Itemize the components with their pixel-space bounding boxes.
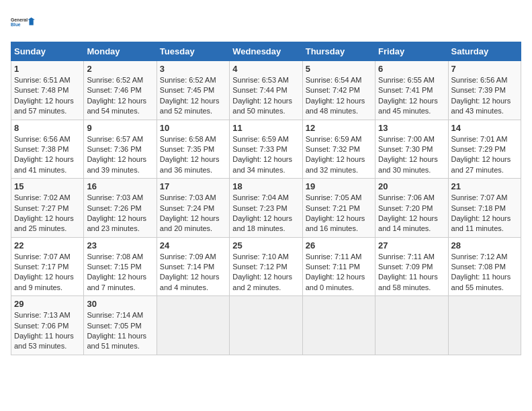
day-info: Sunrise: 7:04 AM Sunset: 7:23 PM Dayligh… [232,193,299,234]
day-info: Sunrise: 6:56 AM Sunset: 7:39 PM Dayligh… [451,75,518,117]
calendar-cell: 15 Sunrise: 7:02 AM Sunset: 7:27 PM Dayl… [11,179,84,238]
daylight-text: Daylight: 12 hours and 20 minutes. [160,214,226,234]
sunrise-text: Sunrise: 6:54 AM [306,75,372,85]
calendar-cell: 21 Sunrise: 7:07 AM Sunset: 7:18 PM Dayl… [448,179,521,238]
calendar-cell: 23 Sunrise: 7:08 AM Sunset: 7:15 PM Dayl… [84,237,157,296]
day-number: 29 [14,299,81,309]
day-info: Sunrise: 7:01 AM Sunset: 7:29 PM Dayligh… [451,134,518,176]
sunrise-text: Sunrise: 6:52 AM [87,75,153,85]
calendar-cell: 4 Sunrise: 6:53 AM Sunset: 7:44 PM Dayli… [230,61,302,120]
calendar-cell: 9 Sunrise: 6:57 AM Sunset: 7:36 PM Dayli… [84,120,157,179]
sunset-text: Sunset: 7:44 PM [232,85,299,95]
daylight-text: Daylight: 12 hours and 0 minutes. [306,272,372,293]
daylight-text: Daylight: 12 hours and 30 minutes. [378,154,445,175]
sunset-text: Sunset: 7:08 PM [451,262,518,272]
sunset-text: Sunset: 7:36 PM [87,144,153,154]
calendar-cell: 26 Sunrise: 7:11 AM Sunset: 7:11 PM Dayl… [302,237,375,296]
calendar-cell: 6 Sunrise: 6:55 AM Sunset: 7:41 PM Dayli… [375,61,448,120]
calendar-cell [375,296,448,355]
calendar-cell: 11 Sunrise: 6:59 AM Sunset: 7:33 PM Dayl… [230,120,302,179]
calendar-cell: 22 Sunrise: 7:07 AM Sunset: 7:17 PM Dayl… [11,237,84,296]
day-number: 18 [232,181,299,191]
daylight-text: Daylight: 12 hours and 18 minutes. [232,214,299,234]
sunset-text: Sunset: 7:06 PM [14,321,81,331]
sunset-text: Sunset: 7:29 PM [451,144,518,154]
daylight-text: Daylight: 12 hours and 54 minutes. [87,96,153,117]
weekday-header-saturday: Saturday [448,42,521,61]
calendar-cell: 30 Sunrise: 7:14 AM Sunset: 7:05 PM Dayl… [84,296,157,355]
day-info: Sunrise: 6:52 AM Sunset: 7:46 PM Dayligh… [87,75,153,117]
daylight-text: Daylight: 12 hours and 34 minutes. [232,154,299,175]
daylight-text: Daylight: 12 hours and 57 minutes. [14,96,81,117]
daylight-text: Daylight: 11 hours and 55 minutes. [451,272,518,293]
day-info: Sunrise: 6:52 AM Sunset: 7:45 PM Dayligh… [160,75,226,117]
sunset-text: Sunset: 7:38 PM [14,144,81,154]
calendar-cell: 28 Sunrise: 7:12 AM Sunset: 7:08 PM Dayl… [448,237,521,296]
day-number: 20 [378,181,445,191]
day-info: Sunrise: 6:54 AM Sunset: 7:42 PM Dayligh… [306,75,372,117]
day-number: 30 [87,299,153,309]
daylight-text: Daylight: 12 hours and 16 minutes. [306,214,372,234]
sunset-text: Sunset: 7:17 PM [14,262,81,272]
day-info: Sunrise: 7:13 AM Sunset: 7:06 PM Dayligh… [14,310,81,352]
daylight-text: Daylight: 12 hours and 45 minutes. [378,96,445,117]
day-info: Sunrise: 7:00 AM Sunset: 7:30 PM Dayligh… [378,134,445,176]
sunset-text: Sunset: 7:24 PM [160,203,226,214]
sunrise-text: Sunrise: 7:13 AM [14,310,81,320]
sunrise-text: Sunrise: 6:55 AM [378,75,445,85]
weekday-header-friday: Friday [375,42,448,61]
day-info: Sunrise: 7:02 AM Sunset: 7:27 PM Dayligh… [14,193,81,234]
calendar-cell: 17 Sunrise: 7:03 AM Sunset: 7:24 PM Dayl… [157,179,229,238]
daylight-text: Daylight: 12 hours and 32 minutes. [306,154,372,175]
sunset-text: Sunset: 7:14 PM [160,262,226,272]
daylight-text: Daylight: 12 hours and 4 minutes. [160,272,226,293]
sunrise-text: Sunrise: 6:56 AM [451,75,518,85]
day-number: 24 [160,240,226,250]
day-number: 27 [378,240,445,250]
sunrise-text: Sunrise: 7:03 AM [87,193,153,203]
daylight-text: Daylight: 12 hours and 39 minutes. [87,154,153,175]
sunset-text: Sunset: 7:11 PM [306,262,372,272]
day-info: Sunrise: 6:53 AM Sunset: 7:44 PM Dayligh… [232,75,299,117]
sunrise-text: Sunrise: 7:04 AM [232,193,299,203]
day-number: 16 [87,181,153,191]
weekday-header-wednesday: Wednesday [230,42,302,61]
daylight-text: Daylight: 12 hours and 2 minutes. [232,272,299,293]
sunset-text: Sunset: 7:23 PM [232,203,299,214]
day-info: Sunrise: 7:07 AM Sunset: 7:18 PM Dayligh… [451,193,518,234]
sunset-text: Sunset: 7:09 PM [378,262,445,272]
day-number: 15 [14,181,81,191]
calendar-cell: 12 Sunrise: 6:59 AM Sunset: 7:32 PM Dayl… [302,120,375,179]
page-header: General Blue [11,11,521,35]
calendar-cell: 8 Sunrise: 6:56 AM Sunset: 7:38 PM Dayli… [11,120,84,179]
calendar-cell: 13 Sunrise: 7:00 AM Sunset: 7:30 PM Dayl… [375,120,448,179]
day-number: 1 [14,64,81,74]
sunrise-text: Sunrise: 6:52 AM [160,75,226,85]
day-number: 9 [87,123,153,133]
sunrise-text: Sunrise: 7:11 AM [306,252,372,262]
day-info: Sunrise: 7:10 AM Sunset: 7:12 PM Dayligh… [232,252,299,293]
sunset-text: Sunset: 7:21 PM [306,203,372,214]
day-number: 7 [451,64,518,74]
calendar-cell [157,296,229,355]
logo: General Blue [11,11,35,35]
daylight-text: Daylight: 12 hours and 48 minutes. [306,96,372,117]
day-number: 3 [160,64,226,74]
calendar-cell: 14 Sunrise: 7:01 AM Sunset: 7:29 PM Dayl… [448,120,521,179]
day-number: 23 [87,240,153,250]
calendar-week-row: 8 Sunrise: 6:56 AM Sunset: 7:38 PM Dayli… [11,120,521,179]
calendar-cell: 10 Sunrise: 6:58 AM Sunset: 7:35 PM Dayl… [157,120,229,179]
sunrise-text: Sunrise: 7:01 AM [451,134,518,144]
calendar-week-row: 22 Sunrise: 7:07 AM Sunset: 7:17 PM Dayl… [11,237,521,296]
sunrise-text: Sunrise: 6:59 AM [306,134,372,144]
calendar-cell: 18 Sunrise: 7:04 AM Sunset: 7:23 PM Dayl… [230,179,302,238]
calendar-cell: 24 Sunrise: 7:09 AM Sunset: 7:14 PM Dayl… [157,237,229,296]
sunset-text: Sunset: 7:26 PM [87,203,153,214]
calendar-week-row: 15 Sunrise: 7:02 AM Sunset: 7:27 PM Dayl… [11,179,521,238]
day-info: Sunrise: 7:11 AM Sunset: 7:09 PM Dayligh… [378,252,445,293]
day-info: Sunrise: 7:06 AM Sunset: 7:20 PM Dayligh… [378,193,445,234]
sunset-text: Sunset: 7:20 PM [378,203,445,214]
day-number: 12 [306,123,372,133]
weekday-header-sunday: Sunday [11,42,84,61]
calendar-cell [448,296,521,355]
